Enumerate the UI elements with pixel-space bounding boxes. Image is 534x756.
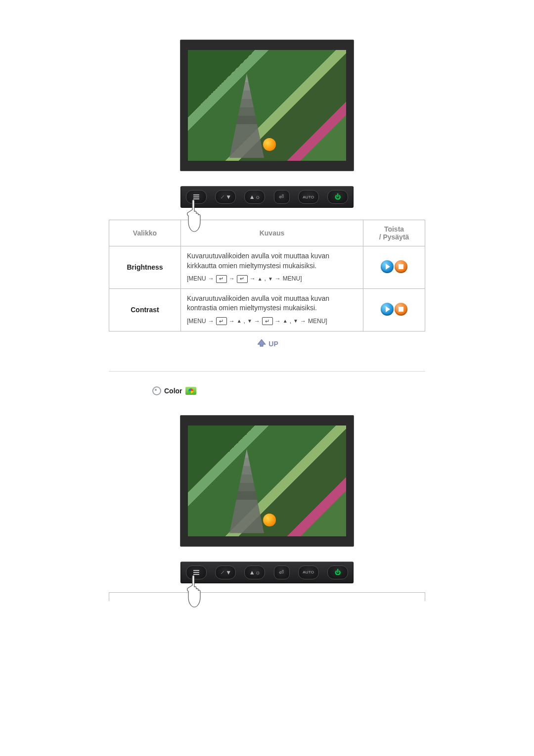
row-name: Contrast — [109, 288, 181, 331]
garden-pagoda-image — [188, 50, 346, 161]
stop-icon[interactable] — [395, 260, 407, 273]
pointing-hand-icon — [185, 574, 210, 609]
osd-button-strip-2: ⟋▼ ▲☼ ⏎ AUTO ⏻ — [180, 562, 354, 583]
scroll-up-link[interactable]: UP — [256, 338, 278, 349]
settings-table: Valikko Kuvaus Toista / Pysäytä Brightne… — [109, 220, 425, 331]
up-brightness-button-icon: ▲☼ — [244, 566, 265, 579]
auto-button-icon: AUTO — [298, 190, 319, 204]
play-icon[interactable] — [381, 260, 394, 273]
row-play-stop — [363, 246, 425, 289]
osd-button-strip: ⟋▼ ▲☼ ⏎ AUTO ⏻ — [180, 186, 354, 208]
garden-pagoda-image-2 — [188, 425, 346, 536]
bullet-icon — [152, 386, 161, 395]
table-row: BrightnessKuvaruutuvalikoiden avulla voi… — [109, 246, 425, 289]
row-name: Brightness — [109, 246, 181, 289]
auto-button-icon: AUTO — [298, 566, 319, 579]
scroll-up-label: UP — [268, 340, 278, 348]
section-heading-color: Color — [109, 386, 425, 395]
play-icon[interactable] — [381, 303, 394, 316]
up-brightness-button-icon: ▲☼ — [244, 190, 265, 204]
row-description: Kuvaruutuvalikoiden avulla voit muuttaa … — [181, 246, 363, 289]
stop-icon[interactable] — [395, 303, 407, 316]
section-title: Color — [164, 387, 182, 395]
sample-display-image — [180, 40, 354, 171]
down-volume-button-icon: ⟋▼ — [215, 566, 236, 579]
section-divider — [109, 371, 425, 372]
power-button-icon: ⏻ — [327, 190, 348, 204]
enter-source-button-icon: ⏎ — [274, 190, 290, 204]
row-description: Kuvaruutuvalikoiden avulla voit muuttaa … — [181, 288, 363, 331]
table-row: ContrastKuvaruutuvalikoiden avulla voit … — [109, 288, 425, 331]
pointing-hand-icon — [185, 199, 210, 234]
color-tag-icon — [185, 387, 196, 395]
power-button-icon: ⏻ — [327, 566, 348, 579]
col-menu-header: Valikko — [109, 220, 181, 246]
col-play-header: Toista / Pysäytä — [363, 220, 425, 246]
enter-source-button-icon: ⏎ — [274, 566, 290, 579]
sample-display-image-2 — [180, 415, 354, 547]
down-volume-button-icon: ⟋▼ — [215, 190, 236, 204]
next-table-top-border — [109, 592, 425, 601]
row-play-stop — [363, 288, 425, 331]
